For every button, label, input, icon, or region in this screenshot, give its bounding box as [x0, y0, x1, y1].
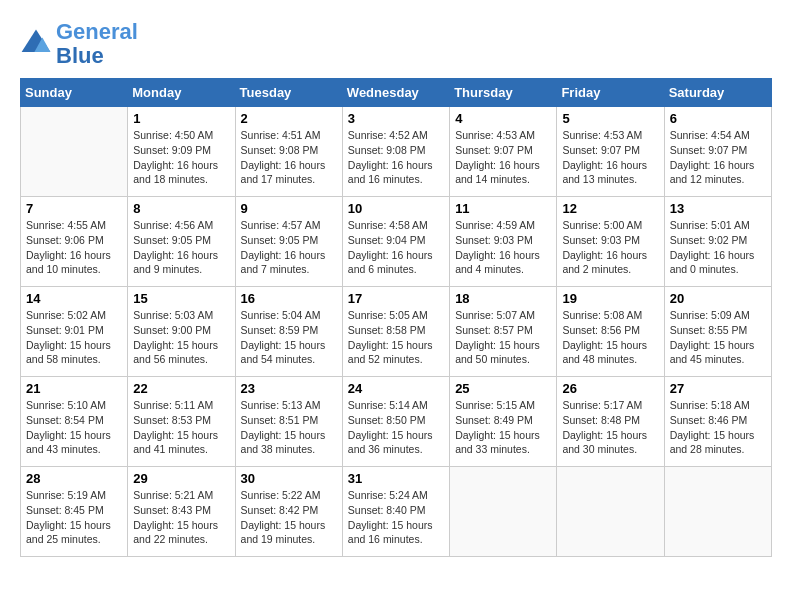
day-number: 12 — [562, 201, 658, 216]
day-number: 20 — [670, 291, 766, 306]
calendar-cell: 30Sunrise: 5:22 AM Sunset: 8:42 PM Dayli… — [235, 467, 342, 557]
calendar-cell: 24Sunrise: 5:14 AM Sunset: 8:50 PM Dayli… — [342, 377, 449, 467]
day-number: 7 — [26, 201, 122, 216]
day-number: 17 — [348, 291, 444, 306]
day-info: Sunrise: 5:11 AM Sunset: 8:53 PM Dayligh… — [133, 398, 229, 457]
calendar-cell: 20Sunrise: 5:09 AM Sunset: 8:55 PM Dayli… — [664, 287, 771, 377]
day-info: Sunrise: 4:51 AM Sunset: 9:08 PM Dayligh… — [241, 128, 337, 187]
calendar-cell: 18Sunrise: 5:07 AM Sunset: 8:57 PM Dayli… — [450, 287, 557, 377]
day-number: 19 — [562, 291, 658, 306]
day-number: 31 — [348, 471, 444, 486]
day-info: Sunrise: 4:54 AM Sunset: 9:07 PM Dayligh… — [670, 128, 766, 187]
weekday-header-friday: Friday — [557, 79, 664, 107]
logo-text: General Blue — [56, 20, 138, 68]
day-info: Sunrise: 5:09 AM Sunset: 8:55 PM Dayligh… — [670, 308, 766, 367]
calendar-cell: 16Sunrise: 5:04 AM Sunset: 8:59 PM Dayli… — [235, 287, 342, 377]
day-number: 26 — [562, 381, 658, 396]
day-number: 11 — [455, 201, 551, 216]
day-info: Sunrise: 5:14 AM Sunset: 8:50 PM Dayligh… — [348, 398, 444, 457]
day-number: 10 — [348, 201, 444, 216]
logo: General Blue — [20, 20, 138, 68]
day-info: Sunrise: 5:22 AM Sunset: 8:42 PM Dayligh… — [241, 488, 337, 547]
day-info: Sunrise: 5:01 AM Sunset: 9:02 PM Dayligh… — [670, 218, 766, 277]
calendar-cell: 27Sunrise: 5:18 AM Sunset: 8:46 PM Dayli… — [664, 377, 771, 467]
calendar-table: SundayMondayTuesdayWednesdayThursdayFrid… — [20, 78, 772, 557]
day-number: 18 — [455, 291, 551, 306]
weekday-header-sunday: Sunday — [21, 79, 128, 107]
calendar-cell: 5Sunrise: 4:53 AM Sunset: 9:07 PM Daylig… — [557, 107, 664, 197]
calendar-week-row: 28Sunrise: 5:19 AM Sunset: 8:45 PM Dayli… — [21, 467, 772, 557]
day-info: Sunrise: 5:15 AM Sunset: 8:49 PM Dayligh… — [455, 398, 551, 457]
calendar-cell: 19Sunrise: 5:08 AM Sunset: 8:56 PM Dayli… — [557, 287, 664, 377]
calendar-cell: 6Sunrise: 4:54 AM Sunset: 9:07 PM Daylig… — [664, 107, 771, 197]
weekday-header-monday: Monday — [128, 79, 235, 107]
calendar-cell: 23Sunrise: 5:13 AM Sunset: 8:51 PM Dayli… — [235, 377, 342, 467]
weekday-header-saturday: Saturday — [664, 79, 771, 107]
day-number: 25 — [455, 381, 551, 396]
calendar-week-row: 21Sunrise: 5:10 AM Sunset: 8:54 PM Dayli… — [21, 377, 772, 467]
day-number: 16 — [241, 291, 337, 306]
calendar-cell — [450, 467, 557, 557]
day-number: 24 — [348, 381, 444, 396]
day-number: 1 — [133, 111, 229, 126]
day-info: Sunrise: 5:05 AM Sunset: 8:58 PM Dayligh… — [348, 308, 444, 367]
calendar-cell: 21Sunrise: 5:10 AM Sunset: 8:54 PM Dayli… — [21, 377, 128, 467]
day-info: Sunrise: 4:56 AM Sunset: 9:05 PM Dayligh… — [133, 218, 229, 277]
day-info: Sunrise: 4:53 AM Sunset: 9:07 PM Dayligh… — [562, 128, 658, 187]
logo-icon — [20, 28, 52, 60]
calendar-cell: 14Sunrise: 5:02 AM Sunset: 9:01 PM Dayli… — [21, 287, 128, 377]
calendar-week-row: 7Sunrise: 4:55 AM Sunset: 9:06 PM Daylig… — [21, 197, 772, 287]
calendar-cell: 10Sunrise: 4:58 AM Sunset: 9:04 PM Dayli… — [342, 197, 449, 287]
day-info: Sunrise: 4:53 AM Sunset: 9:07 PM Dayligh… — [455, 128, 551, 187]
calendar-cell: 29Sunrise: 5:21 AM Sunset: 8:43 PM Dayli… — [128, 467, 235, 557]
day-number: 3 — [348, 111, 444, 126]
day-info: Sunrise: 4:52 AM Sunset: 9:08 PM Dayligh… — [348, 128, 444, 187]
day-number: 15 — [133, 291, 229, 306]
calendar-cell: 26Sunrise: 5:17 AM Sunset: 8:48 PM Dayli… — [557, 377, 664, 467]
calendar-cell: 15Sunrise: 5:03 AM Sunset: 9:00 PM Dayli… — [128, 287, 235, 377]
calendar-cell: 4Sunrise: 4:53 AM Sunset: 9:07 PM Daylig… — [450, 107, 557, 197]
day-number: 27 — [670, 381, 766, 396]
day-info: Sunrise: 4:59 AM Sunset: 9:03 PM Dayligh… — [455, 218, 551, 277]
calendar-cell: 25Sunrise: 5:15 AM Sunset: 8:49 PM Dayli… — [450, 377, 557, 467]
day-info: Sunrise: 5:02 AM Sunset: 9:01 PM Dayligh… — [26, 308, 122, 367]
calendar-week-row: 1Sunrise: 4:50 AM Sunset: 9:09 PM Daylig… — [21, 107, 772, 197]
day-number: 9 — [241, 201, 337, 216]
day-number: 29 — [133, 471, 229, 486]
weekday-header-row: SundayMondayTuesdayWednesdayThursdayFrid… — [21, 79, 772, 107]
page-header: General Blue — [20, 20, 772, 68]
calendar-cell: 3Sunrise: 4:52 AM Sunset: 9:08 PM Daylig… — [342, 107, 449, 197]
day-number: 6 — [670, 111, 766, 126]
day-info: Sunrise: 5:04 AM Sunset: 8:59 PM Dayligh… — [241, 308, 337, 367]
day-info: Sunrise: 5:03 AM Sunset: 9:00 PM Dayligh… — [133, 308, 229, 367]
calendar-cell: 7Sunrise: 4:55 AM Sunset: 9:06 PM Daylig… — [21, 197, 128, 287]
day-info: Sunrise: 5:17 AM Sunset: 8:48 PM Dayligh… — [562, 398, 658, 457]
day-info: Sunrise: 4:58 AM Sunset: 9:04 PM Dayligh… — [348, 218, 444, 277]
day-info: Sunrise: 5:18 AM Sunset: 8:46 PM Dayligh… — [670, 398, 766, 457]
calendar-cell: 9Sunrise: 4:57 AM Sunset: 9:05 PM Daylig… — [235, 197, 342, 287]
day-info: Sunrise: 5:24 AM Sunset: 8:40 PM Dayligh… — [348, 488, 444, 547]
calendar-week-row: 14Sunrise: 5:02 AM Sunset: 9:01 PM Dayli… — [21, 287, 772, 377]
day-info: Sunrise: 5:21 AM Sunset: 8:43 PM Dayligh… — [133, 488, 229, 547]
calendar-cell: 22Sunrise: 5:11 AM Sunset: 8:53 PM Dayli… — [128, 377, 235, 467]
day-info: Sunrise: 4:50 AM Sunset: 9:09 PM Dayligh… — [133, 128, 229, 187]
day-number: 5 — [562, 111, 658, 126]
day-number: 4 — [455, 111, 551, 126]
calendar-cell: 1Sunrise: 4:50 AM Sunset: 9:09 PM Daylig… — [128, 107, 235, 197]
calendar-cell: 2Sunrise: 4:51 AM Sunset: 9:08 PM Daylig… — [235, 107, 342, 197]
day-info: Sunrise: 5:19 AM Sunset: 8:45 PM Dayligh… — [26, 488, 122, 547]
weekday-header-wednesday: Wednesday — [342, 79, 449, 107]
calendar-cell: 28Sunrise: 5:19 AM Sunset: 8:45 PM Dayli… — [21, 467, 128, 557]
day-number: 8 — [133, 201, 229, 216]
day-number: 13 — [670, 201, 766, 216]
day-number: 23 — [241, 381, 337, 396]
day-info: Sunrise: 5:10 AM Sunset: 8:54 PM Dayligh… — [26, 398, 122, 457]
calendar-cell: 31Sunrise: 5:24 AM Sunset: 8:40 PM Dayli… — [342, 467, 449, 557]
day-info: Sunrise: 4:57 AM Sunset: 9:05 PM Dayligh… — [241, 218, 337, 277]
day-number: 30 — [241, 471, 337, 486]
day-info: Sunrise: 5:08 AM Sunset: 8:56 PM Dayligh… — [562, 308, 658, 367]
calendar-cell: 11Sunrise: 4:59 AM Sunset: 9:03 PM Dayli… — [450, 197, 557, 287]
weekday-header-tuesday: Tuesday — [235, 79, 342, 107]
day-info: Sunrise: 5:07 AM Sunset: 8:57 PM Dayligh… — [455, 308, 551, 367]
day-number: 21 — [26, 381, 122, 396]
